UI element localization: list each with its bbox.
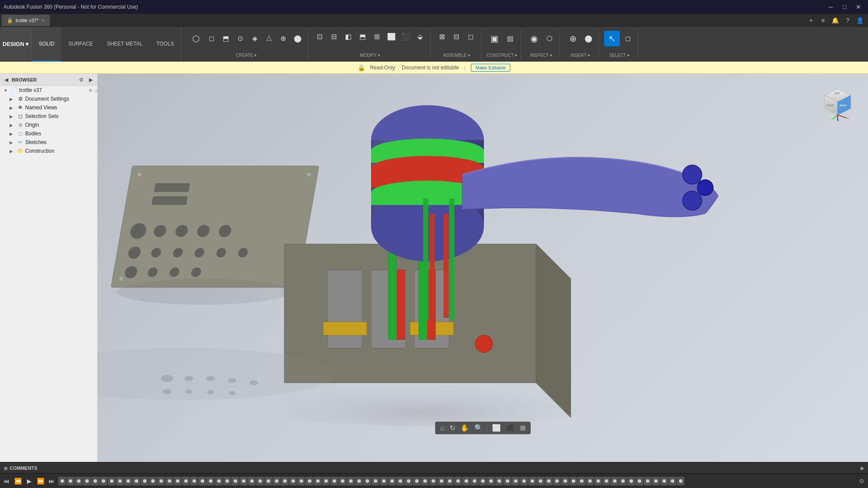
zoom-button[interactable]: 🔍 <box>473 423 485 433</box>
create-label[interactable]: CREATE ▾ <box>236 53 257 58</box>
design-dropdown[interactable]: DESIGN ▾ <box>0 27 32 61</box>
tl-item-12[interactable]: ⬤ <box>149 477 157 485</box>
select-icon[interactable]: ↖ <box>604 31 620 46</box>
timeline-next-button[interactable]: ⏩ <box>36 476 45 486</box>
more-insert-icon[interactable]: ⬤ <box>582 33 595 45</box>
chamfer-icon[interactable]: ◧ <box>342 31 355 43</box>
tl-item-20[interactable]: ⬤ <box>215 477 223 485</box>
active-tab[interactable]: 🔒 trottle v37* ✕ <box>2 15 50 26</box>
tl-item-41[interactable]: ⬤ <box>388 477 396 485</box>
tl-item-13[interactable]: ⬤ <box>157 477 165 485</box>
tab-sheet-metal[interactable]: SHEET METAL <box>100 27 149 62</box>
joint-origin-icon[interactable]: ⊟ <box>450 31 463 43</box>
tab-surface[interactable]: SURFACE <box>61 27 100 62</box>
comments-expand-button[interactable]: ▶ <box>861 465 865 471</box>
tl-item-73[interactable]: ⬤ <box>652 477 660 485</box>
more-assemble-icon[interactable]: ◻ <box>464 31 477 43</box>
home-view-button[interactable]: ⌂ <box>438 423 446 433</box>
tl-item-69[interactable]: ⬤ <box>619 477 627 485</box>
tl-item-35[interactable]: ⬤ <box>339 477 346 485</box>
tl-item-71[interactable]: ⬤ <box>635 477 643 485</box>
tl-item-40[interactable]: ⬤ <box>380 477 388 485</box>
maximize-button[interactable]: □ <box>838 2 851 12</box>
revolve-icon[interactable]: ⊙ <box>234 33 247 45</box>
rib-icon[interactable]: ⊕ <box>277 33 290 45</box>
tab-solid[interactable]: SOLID <box>32 27 61 62</box>
tree-item-sketches[interactable]: ▶ ✏ Sketches <box>0 138 97 147</box>
close-button[interactable]: ✕ <box>852 2 865 12</box>
tl-item-11[interactable]: ⬤ <box>141 477 148 485</box>
tl-item-58[interactable]: ⬤ <box>528 477 536 485</box>
select-label[interactable]: SELECT ▾ <box>609 53 630 58</box>
tl-item-47[interactable]: ⬤ <box>437 477 445 485</box>
more-construct-icon[interactable]: ▤ <box>504 33 517 45</box>
tl-item-52[interactable]: ⬤ <box>479 477 487 485</box>
tl-item-67[interactable]: ⬤ <box>602 477 610 485</box>
create-sketch-icon[interactable]: ◻ <box>205 33 218 45</box>
tab-menu-button[interactable]: ≡ <box>819 16 827 25</box>
tl-item-17[interactable]: ⬤ <box>190 477 198 485</box>
tl-item-3[interactable]: ⬤ <box>75 477 82 485</box>
sidebar-collapse-button[interactable]: ◀ <box>3 76 10 84</box>
minimize-button[interactable]: ─ <box>825 2 837 12</box>
extrude-icon[interactable]: ⬒ <box>220 33 233 45</box>
tl-item-16[interactable]: ⬤ <box>182 477 190 485</box>
tl-item-42[interactable]: ⬤ <box>396 477 404 485</box>
tl-item-2[interactable]: ⬤ <box>66 477 74 485</box>
tl-item-53[interactable]: ⬤ <box>487 477 495 485</box>
fillet-icon[interactable]: ⊟ <box>328 31 341 43</box>
tl-item-29[interactable]: ⬤ <box>289 477 297 485</box>
root-settings-icon[interactable]: ⚙ ◻ <box>89 88 97 93</box>
tree-item-root[interactable]: ▼ 📄 trottle v37 ⚙ ◻ <box>0 86 97 95</box>
more-modify-icon[interactable]: ⬙ <box>414 31 427 43</box>
tl-item-23[interactable]: ⬤ <box>240 477 247 485</box>
tl-item-59[interactable]: ⬤ <box>536 477 544 485</box>
tl-item-48[interactable]: ⬤ <box>446 477 454 485</box>
tab-close-icon[interactable]: ✕ <box>41 18 45 23</box>
visual-style-button[interactable]: ⬛ <box>504 423 516 433</box>
orientation-cube[interactable]: TOP FRONT RIGHT Z X Y <box>816 82 855 121</box>
tl-item-24[interactable]: ⬤ <box>248 477 256 485</box>
tl-item-76[interactable]: ⬤ <box>677 477 684 485</box>
tl-item-72[interactable]: ⬤ <box>644 477 651 485</box>
tl-item-43[interactable]: ⬤ <box>404 477 412 485</box>
orbit-button[interactable]: ↻ <box>448 423 457 433</box>
timeline-settings-button[interactable]: ⚙ <box>857 477 866 485</box>
tl-item-66[interactable]: ⬤ <box>594 477 602 485</box>
user-button[interactable]: 👤 <box>854 16 866 25</box>
tl-item-22[interactable]: ⬤ <box>231 477 239 485</box>
tl-item-7[interactable]: ⬤ <box>108 477 115 485</box>
tl-item-62[interactable]: ⬤ <box>561 477 569 485</box>
more-inspect-icon[interactable]: ⬡ <box>543 33 556 45</box>
tl-item-8[interactable]: ⬤ <box>116 477 124 485</box>
tl-item-27[interactable]: ⬤ <box>273 477 280 485</box>
make-editable-button[interactable]: Make Editable <box>471 64 511 72</box>
new-tab-button[interactable]: ＋ <box>806 16 817 25</box>
tl-item-33[interactable]: ⬤ <box>322 477 330 485</box>
viewport[interactable]: TOP FRONT RIGHT Z X Y ⌂ ↻ ✋ 🔍 ⬜ ⬛ ⊞ <box>98 74 868 462</box>
tl-item-18[interactable]: ⬤ <box>198 477 206 485</box>
construct-label[interactable]: CONSTRUCT ▾ <box>487 53 517 58</box>
tree-item-bodies[interactable]: ▶ ◻ Bodies <box>0 129 97 138</box>
tl-item-46[interactable]: ⬤ <box>429 477 437 485</box>
offset-plane-icon[interactable]: ▣ <box>487 31 503 46</box>
help-button[interactable]: ? <box>843 16 852 25</box>
tl-item-60[interactable]: ⬤ <box>545 477 552 485</box>
combine-icon[interactable]: ⬛ <box>399 31 412 43</box>
tree-item-selection-sets[interactable]: ▶ ◻ Selection Sets <box>0 112 97 121</box>
tl-item-74[interactable]: ⬤ <box>660 477 668 485</box>
tl-item-26[interactable]: ⬤ <box>264 477 272 485</box>
timeline-prev-button[interactable]: ⏪ <box>13 476 23 486</box>
tl-item-45[interactable]: ⬤ <box>421 477 429 485</box>
tl-item-9[interactable]: ⬤ <box>124 477 132 485</box>
timeline-last-button[interactable]: ⏭ <box>47 476 56 486</box>
tl-item-28[interactable]: ⬤ <box>281 477 289 485</box>
more-select-icon[interactable]: ◻ <box>621 33 634 45</box>
tl-item-70[interactable]: ⬤ <box>627 477 635 485</box>
tl-item-37[interactable]: ⬤ <box>355 477 363 485</box>
grid-button[interactable]: ⊞ <box>518 423 527 433</box>
tl-item-36[interactable]: ⬤ <box>347 477 355 485</box>
tl-item-30[interactable]: ⬤ <box>297 477 305 485</box>
tl-item-68[interactable]: ⬤ <box>611 477 618 485</box>
modify-label[interactable]: MODIFY ▾ <box>360 53 380 58</box>
